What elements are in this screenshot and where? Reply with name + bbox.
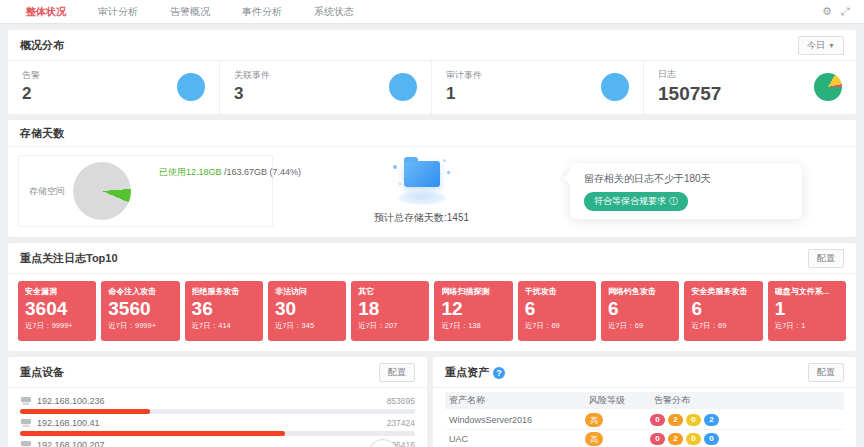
card-recent: 近7日：69 xyxy=(525,321,589,331)
badge-medium: 0 xyxy=(686,414,701,426)
card-value: 30 xyxy=(275,297,339,321)
top10-card[interactable]: 安全类服务攻击 6 近7日：69 xyxy=(684,281,762,341)
storage-days-text: 预计总存储天数:1451 xyxy=(374,211,469,225)
card-value: 18 xyxy=(358,297,422,321)
card-recent: 近7日：138 xyxy=(441,321,505,331)
expand-icon[interactable]: ⤢ xyxy=(836,5,854,18)
date-range-dropdown[interactable]: 今日▼ xyxy=(798,36,844,55)
blue-circle-icon xyxy=(601,73,629,101)
top10-card[interactable]: 安全漏洞 3604 近7日：9999+ xyxy=(18,281,96,341)
top10-card[interactable]: 命令注入攻击 3560 近7日：9999+ xyxy=(101,281,179,341)
key-assets-panel: 重点资产 ? 配置 资产名称 风险等级 告警分布 WindowsServer20… xyxy=(433,357,856,447)
storage-used-text: 已使用12.18GB xyxy=(159,167,222,177)
stat-value: 2 xyxy=(22,84,40,104)
stat-alarms[interactable]: 告警 2 xyxy=(8,61,220,114)
card-recent: 近7日：1 xyxy=(775,321,839,331)
card-title: 磁盘与文件系... xyxy=(775,286,839,297)
top10-card[interactable]: 干扰攻击 6 近7日：69 xyxy=(518,281,596,341)
date-range-label: 今日 xyxy=(807,40,825,50)
help-icon[interactable]: ? xyxy=(493,367,505,379)
gear-icon[interactable]: ⚙ xyxy=(818,5,836,18)
asset-table-header: 资产名称 风险等级 告警分布 xyxy=(445,392,844,409)
storage-pie-chart xyxy=(73,162,131,220)
device-bar-track xyxy=(20,409,415,414)
stat-value: 3 xyxy=(234,84,270,104)
col-asset-name: 资产名称 xyxy=(445,394,585,407)
asset-row[interactable]: WindowsServer2016 高 0 2 0 2 xyxy=(445,411,844,430)
card-recent: 近7日：414 xyxy=(192,321,256,331)
storage-days-block: 预计总存储天数:1451 xyxy=(283,157,560,225)
retention-notice-card: 留存相关的日志不少于180天 符合等保合规要求 ⓘ xyxy=(570,163,802,219)
stat-correlated-events[interactable]: 关联事件 3 xyxy=(220,61,432,114)
stat-value: 150757 xyxy=(658,83,721,105)
device-icon xyxy=(20,396,32,406)
stat-logs[interactable]: 日志 150757 xyxy=(644,61,856,114)
device-row[interactable]: 192.168.100.236 853695 xyxy=(20,396,415,414)
devices-title: 重点设备 xyxy=(20,365,64,380)
device-row[interactable]: 192.168.100.207 2106416 xyxy=(20,440,415,447)
storage-panel: 存储天数 存储空间 已使用12.18GB /163.67GB (7.44%) 预… xyxy=(8,120,856,237)
asset-name: UAC xyxy=(445,434,585,444)
overview-panel: 概况分布 今日▼ 告警 2 关联事件 3 审计事件 1 xyxy=(8,30,856,114)
overview-title: 概况分布 xyxy=(20,38,64,53)
device-icon xyxy=(20,418,32,428)
card-value: 3604 xyxy=(25,297,89,321)
card-value: 6 xyxy=(525,297,589,321)
alarm-badges: 0 2 0 0 xyxy=(650,433,844,445)
badge-medium: 0 xyxy=(686,433,701,445)
stat-audit-events[interactable]: 审计事件 1 xyxy=(432,61,644,114)
card-title: 非法访问 xyxy=(275,286,339,297)
tab-system-status[interactable]: 系统状态 xyxy=(298,0,370,23)
card-recent: 近7日：9999+ xyxy=(108,321,172,331)
storage-space-card: 存储空间 已使用12.18GB /163.67GB (7.44%) xyxy=(18,155,273,227)
top10-card[interactable]: 磁盘与文件系... 1 近7日：1 xyxy=(768,281,846,341)
top10-card[interactable]: 网络扫描探测 12 近7日：138 xyxy=(434,281,512,341)
top10-card[interactable]: 网络钓鱼攻击 6 近7日：69 xyxy=(601,281,679,341)
badge-low: 2 xyxy=(704,414,719,426)
device-ip: 192.168.100.207 xyxy=(37,440,105,447)
top10-cards: 安全漏洞 3604 近7日：9999+ 命令注入攻击 3560 近7日：9999… xyxy=(8,274,856,351)
card-recent: 近7日：345 xyxy=(275,321,339,331)
device-list: 192.168.100.236 853695 192.168.100.41 23… xyxy=(8,388,427,447)
card-value: 6 xyxy=(608,297,672,321)
card-title: 网络钓鱼攻击 xyxy=(608,286,672,297)
stat-label: 审计事件 xyxy=(446,69,482,82)
asset-table: 资产名称 风险等级 告警分布 WindowsServer2016 高 0 2 0… xyxy=(433,388,856,447)
stat-value: 1 xyxy=(446,84,482,104)
tab-overall-status[interactable]: 整体状况 xyxy=(10,0,82,23)
blue-circle-icon xyxy=(389,73,417,101)
top10-card[interactable]: 拒绝服务攻击 36 近7日：414 xyxy=(185,281,263,341)
card-value: 36 xyxy=(192,297,256,321)
devices-config-button[interactable]: 配置 xyxy=(379,363,415,382)
top10-card[interactable]: 非法访问 30 近7日：345 xyxy=(268,281,346,341)
badge-critical: 0 xyxy=(650,414,665,426)
compliance-badge-button[interactable]: 符合等保合规要求 ⓘ xyxy=(584,192,688,211)
device-icon xyxy=(20,440,32,447)
card-value: 1 xyxy=(775,297,839,321)
badge-high: 2 xyxy=(668,433,683,445)
device-row[interactable]: 192.168.100.41 237424 xyxy=(20,418,415,436)
assets-config-button[interactable]: 配置 xyxy=(808,363,844,382)
tab-audit-analysis[interactable]: 审计分析 xyxy=(82,0,154,23)
card-recent: 近7日：69 xyxy=(691,321,755,331)
tab-event-analysis[interactable]: 事件分析 xyxy=(226,0,298,23)
tab-alarm-overview[interactable]: 告警概况 xyxy=(154,0,226,23)
card-recent: 近7日：69 xyxy=(608,321,672,331)
col-risk-level: 风险等级 xyxy=(585,394,650,407)
top10-card[interactable]: 其它 18 近7日：207 xyxy=(351,281,429,341)
asset-name: WindowsServer2016 xyxy=(445,415,585,425)
card-title: 其它 xyxy=(358,286,422,297)
device-ip: 192.168.100.41 xyxy=(37,418,100,428)
badge-critical: 0 xyxy=(650,433,665,445)
key-devices-panel: 重点设备 配置 192.168.100.236 853695 192.168.1… xyxy=(8,357,427,447)
alarm-badges: 0 2 0 2 xyxy=(650,414,844,426)
device-value: 237424 xyxy=(387,418,415,428)
storage-space-label: 存储空间 xyxy=(29,185,65,198)
top10-config-button[interactable]: 配置 xyxy=(808,249,844,268)
top-tabbar: 整体状况 审计分析 告警概况 事件分析 系统状态 ⚙ ⤢ xyxy=(0,0,864,24)
device-bar-fill xyxy=(20,409,150,414)
top10-panel: 重点关注日志Top10 配置 安全漏洞 3604 近7日：9999+ 命令注入攻… xyxy=(8,243,856,351)
assets-title: 重点资产 xyxy=(445,365,489,380)
asset-row[interactable]: UAC 高 0 2 0 0 xyxy=(445,430,844,447)
col-alarm-distribution: 告警分布 xyxy=(650,394,844,407)
